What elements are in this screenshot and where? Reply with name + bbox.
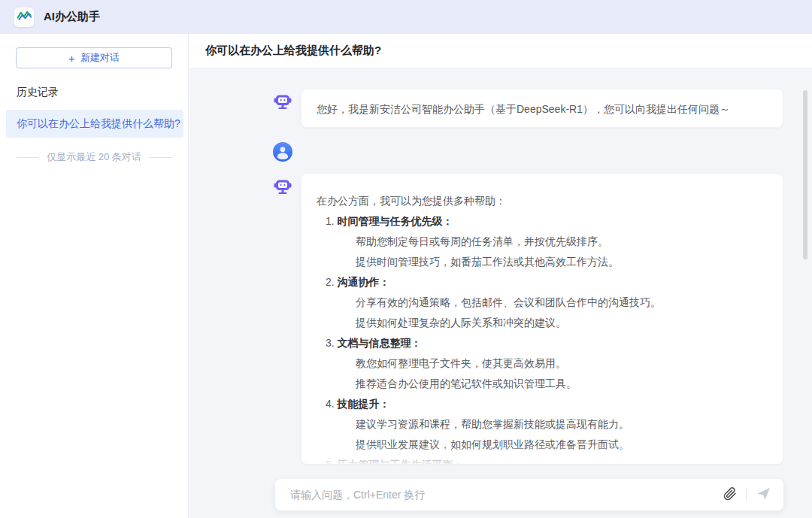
plus-icon: + [68, 53, 75, 64]
assistant-help-list: 1. 时间管理与任务优先级：帮助您制定每日或每周的任务清单，并按优先级排序。提供… [317, 214, 768, 465]
list-item-detail: 分享有效的沟通策略，包括邮件、会议和团队合作中的沟通技巧。 [356, 295, 768, 310]
new-chat-button[interactable]: + 新建对话 [16, 47, 172, 68]
assistant-message-greeting: 您好，我是新安洁公司智能办公助手（基于DeepSeek-R1），您可以向我提出任… [301, 89, 783, 128]
assistant-message-help-list: 在办公方面，我可以为您提供多种帮助： 1. 时间管理与任务优先级：帮助您制定每日… [301, 173, 783, 465]
send-button[interactable] [756, 486, 771, 504]
assistant-list-intro: 在办公方面，我可以为您提供多种帮助： [317, 193, 768, 208]
zigzag-logo-icon [17, 8, 32, 26]
list-item-heading: 4. 技能提升： [326, 396, 768, 411]
paper-plane-icon [756, 486, 771, 504]
new-chat-label: 新建对话 [80, 51, 120, 65]
list-item-detail: 提供职业发展建议，如如何规划职业路径或准备晋升面试。 [356, 437, 768, 452]
chat-area: 您好，我是新安洁公司智能办公助手（基于DeepSeek-R1），您可以向我提出任… [189, 68, 812, 518]
app-title: AI办公助手 [44, 10, 100, 24]
app-logo [14, 8, 34, 27]
paperclip-icon [723, 487, 737, 503]
history-section-label: 历史记录 [17, 86, 188, 99]
list-item-heading: 3. 文档与信息整理： [326, 335, 768, 350]
list-item-detail: 提供如何处理复杂的人际关系和冲突的建议。 [356, 315, 768, 330]
list-item-detail: 提供时间管理技巧，如番茄工作法或其他高效工作方法。 [356, 254, 768, 269]
robot-avatar-icon [273, 91, 292, 111]
note-text: 仅显示最近 20 条对话 [47, 150, 141, 164]
person-avatar-icon [273, 142, 292, 162]
conversation-header: 你可以在办公上给我提供什么帮助? [189, 34, 812, 68]
topbar: AI办公助手 [0, 0, 812, 34]
attach-file-button[interactable] [723, 487, 737, 503]
list-item-detail: 帮助您制定每日或每周的任务清单，并按优先级排序。 [356, 234, 768, 249]
composer-divider [746, 489, 747, 501]
history-item-selected[interactable]: 你可以在办公上给我提供什么帮助? [6, 110, 183, 138]
message-input[interactable] [275, 479, 723, 510]
list-item-detail: 推荐适合办公使用的笔记软件或知识管理工具。 [356, 376, 768, 391]
chat-scrollbar-thumb[interactable] [803, 90, 807, 259]
list-item-heading: 1. 时间管理与任务优先级： [326, 214, 768, 229]
list-item-heading: 2. 沟通协作： [326, 274, 768, 289]
list-item-heading: 5. 压力管理与工作生活平衡： [326, 457, 768, 465]
conversation-title: 你可以在办公上给我提供什么帮助? [205, 44, 381, 58]
assistant-greeting-text: 您好，我是新安洁公司智能办公助手（基于DeepSeek-R1），您可以向我提出任… [317, 103, 730, 115]
robot-avatar-icon [273, 176, 292, 195]
note-right-dash [149, 157, 171, 158]
list-item-detail: 建议学习资源和课程，帮助您掌握新技能或提高现有能力。 [356, 417, 768, 432]
list-item-detail: 教您如何整理电子文件夹，使其更高效易用。 [356, 356, 768, 371]
composer-tools [723, 486, 783, 504]
note-left-dash [17, 157, 39, 158]
history-limit-note: 仅显示最近 20 条对话 [0, 150, 188, 164]
sidebar: + 新建对话 历史记录 你可以在办公上给我提供什么帮助? 仅显示最近 20 条对… [0, 34, 189, 518]
composer [275, 479, 783, 510]
